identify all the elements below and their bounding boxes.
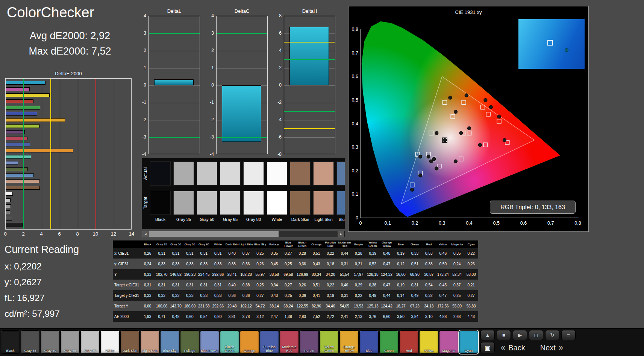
- swatch-button-green[interactable]: Green: [379, 330, 399, 354]
- table-cell: 56,83: [464, 301, 478, 311]
- gridline: [149, 51, 200, 51]
- table-cell: 0,33: [155, 259, 168, 269]
- swatch-button-cyan[interactable]: Cyan: [459, 330, 478, 354]
- axis-tick: -1: [210, 100, 214, 105]
- swatch-button-dark-skin[interactable]: Dark Skin: [120, 330, 139, 354]
- table-cell: 0,22: [323, 248, 337, 259]
- axis-tick: 1: [211, 65, 214, 70]
- table-cell: 0,32: [422, 290, 436, 301]
- axis-tick: 2: [211, 48, 214, 53]
- swatch-button-yellow-green[interactable]: Yellow Green: [320, 330, 339, 354]
- chevron-left-icon: «: [501, 343, 505, 353]
- table-cell: 0,14: [394, 290, 408, 301]
- swatch-button-gray-35[interactable]: Gray 35: [21, 330, 40, 354]
- swatch-button-moderate-red[interactable]: Moderate Red: [280, 330, 299, 354]
- column-header-red: Red: [422, 240, 436, 248]
- scrollbar-track[interactable]: [279, 231, 338, 237]
- swatch-button-blue[interactable]: Blue: [359, 330, 379, 354]
- delta-bar: [222, 85, 261, 142]
- swatch-button-purple[interactable]: Purple: [300, 330, 319, 354]
- cie-measured-marker-purple: [435, 167, 438, 170]
- deltae-xtick: 2: [22, 231, 24, 237]
- deltae-bar-row: [6, 98, 131, 104]
- table-cell: 0,33: [408, 248, 422, 259]
- swatch-button-purplish-blue[interactable]: Purplish Blue: [260, 330, 279, 354]
- axis-tick: -2: [142, 117, 146, 122]
- deltac-y-axis: 43210-1-2-3-4: [206, 16, 215, 154]
- swatch-button-blue-sky[interactable]: Blue Sky: [160, 330, 179, 354]
- swatch-button-gray-50[interactable]: Gray 50: [41, 330, 60, 354]
- patch-actual-blue-sky: [336, 161, 345, 186]
- column-header-cyan: Cyan: [464, 240, 478, 248]
- gridline: [217, 68, 267, 68]
- gridline: [284, 120, 335, 120]
- swatch-button-orange-yellow[interactable]: Orange Yellow: [339, 330, 359, 354]
- cie-measured-marker-yellow-green: [465, 94, 468, 97]
- patch-name: Gray 65: [220, 217, 241, 223]
- axis-tick: 4: [279, 48, 282, 53]
- table-cell: 102,70: [155, 269, 168, 280]
- cie-measured-marker-foliage: [454, 110, 457, 114]
- collapse-button[interactable]: ▲: [480, 330, 495, 340]
- deltae-bar-black: [6, 223, 23, 227]
- table-cell: 0,33: [197, 290, 211, 301]
- swatch-button-light-skin[interactable]: Light Skin: [140, 330, 159, 354]
- table-cell: 82,96: [309, 301, 323, 311]
- table-cell: 2,83: [295, 311, 309, 322]
- swatch-button-gray-65[interactable]: Gray 65: [61, 330, 80, 354]
- swatch-button-orange[interactable]: Orange: [240, 330, 259, 354]
- deltae-xtick: 8: [76, 231, 79, 237]
- deltae-bar-row: [6, 160, 131, 166]
- refresh-button[interactable]: ↻: [545, 330, 559, 340]
- table-cell: 0,19: [394, 248, 408, 259]
- patch-target-dark-skin: [290, 191, 311, 215]
- frame-button[interactable]: ◻: [529, 330, 543, 340]
- play-button[interactable]: ▶: [513, 330, 527, 340]
- square-display-button[interactable]: ▣: [480, 342, 495, 353]
- table-cell: 0,49: [408, 290, 422, 301]
- table-cell: 16,60: [394, 269, 408, 280]
- table-cell: 0,25: [253, 280, 267, 290]
- swatch-button-magenta[interactable]: Magenta: [439, 330, 458, 354]
- table-cell: 2,13: [352, 311, 365, 322]
- menu-button[interactable]: ≡: [561, 330, 576, 340]
- swatch-button-blue-flower[interactable]: Blue Flower: [200, 330, 219, 354]
- scroll-left-button[interactable]: ◄: [142, 231, 149, 237]
- table-cell: 0,43: [309, 259, 323, 269]
- inset-target-marker: [547, 40, 553, 46]
- patch-grid-scrollbar[interactable]: ◄ ►: [142, 231, 345, 237]
- table-cell: 58,00: [464, 269, 478, 280]
- stop-button[interactable]: ■: [497, 330, 511, 340]
- table-cell: 0,47: [436, 290, 450, 301]
- axis-tick: -4: [142, 152, 146, 157]
- table-cell: 0,25: [281, 290, 295, 301]
- table-cell: 0,27: [464, 290, 478, 301]
- table-cell: 4,43: [464, 311, 478, 322]
- actual-row-label: Actual: [143, 161, 149, 186]
- swatch-button-gray-80[interactable]: Gray 80: [80, 330, 100, 354]
- table-row-y: Y0,33102,70146,82190,23234,45292,6628,41…: [113, 269, 478, 280]
- threshold-yellow: [284, 128, 335, 129]
- table-row-target-x-cie31: Target x:CIE310,310,310,310,310,310,310,…: [113, 280, 478, 290]
- table-cell: 0,43: [267, 290, 281, 301]
- swatch-button-white[interactable]: White: [100, 330, 120, 354]
- swatch-button-black[interactable]: Black: [1, 330, 20, 354]
- row-label: Target x:CIE31: [113, 280, 141, 290]
- scrollbar-thumb[interactable]: [149, 231, 279, 237]
- table-cell: 0,31: [211, 248, 225, 259]
- swatch-button-yellow[interactable]: Yellow: [419, 330, 438, 354]
- axis-tick: 3: [211, 30, 214, 36]
- swatch-button-foliage[interactable]: Foliage: [180, 330, 199, 354]
- cie-measured-marker-green: [449, 96, 452, 99]
- table-cell: 2,72: [323, 311, 337, 322]
- swatch-button-red[interactable]: Red: [399, 330, 418, 354]
- back-button[interactable]: « Back: [501, 343, 525, 353]
- next-button[interactable]: Next »: [540, 343, 563, 353]
- scroll-right-button[interactable]: ►: [338, 231, 344, 237]
- table-cell: 67,23: [408, 301, 422, 311]
- cie-ytick: 0: [356, 215, 358, 221]
- swatch-button-bluish-green[interactable]: Bluish Green: [220, 330, 239, 354]
- table-cell: 0,26: [464, 259, 478, 269]
- deltae-bar-gray-35: [6, 217, 12, 221]
- swatch-label: Bluish Green: [220, 345, 239, 353]
